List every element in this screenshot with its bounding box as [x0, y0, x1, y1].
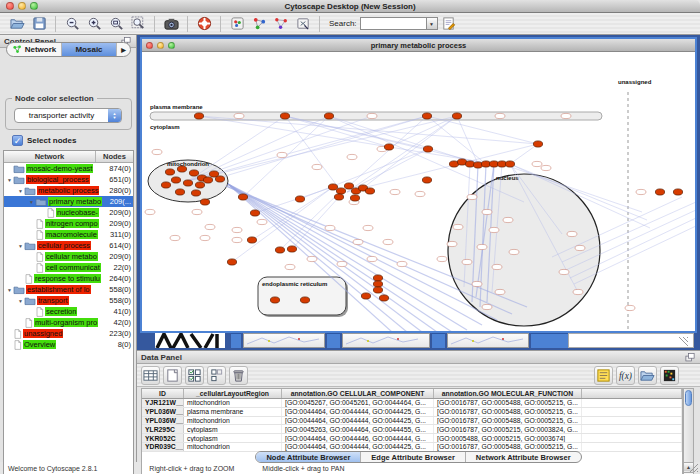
- node-pill[interactable]: [489, 227, 499, 232]
- node-pill[interactable]: [367, 256, 377, 261]
- node-pill[interactable]: [312, 164, 322, 169]
- column-header-annotation.GO CELLULAR_COMPONENT[interactable]: annotation.GO CELLULAR_COMPONENT: [282, 389, 434, 398]
- node-selected[interactable]: [336, 188, 345, 194]
- tree-column-nodes[interactable]: Nodes: [96, 151, 133, 162]
- expand-triangle-icon[interactable]: ▼: [28, 199, 35, 205]
- node-selected[interactable]: [422, 113, 431, 119]
- tree-row-mosaic-demo-yeast[interactable]: mosaic-demo-yeast874(0): [4, 163, 133, 174]
- node-selected[interactable]: [177, 166, 186, 172]
- network-graph[interactable]: plasma membranecytoplasmmitochondrionnuc…: [142, 52, 695, 331]
- node-pill[interactable]: [467, 194, 477, 199]
- table-row[interactable]: YPL036W__2plasma membrane[GO:0044464, GO…: [142, 408, 682, 417]
- tree-row-overview[interactable]: Overview8(0): [4, 339, 133, 350]
- node-pill[interactable]: [472, 281, 482, 286]
- table-row[interactable]: YKR052Ccytoplasm[GO:0044464, GO:0044446,…: [142, 434, 682, 443]
- node-color-dropdown[interactable]: transporter activity ▲▼: [14, 108, 122, 123]
- tab-network-attribute-browser[interactable]: Network Attribute Browser: [466, 452, 581, 462]
- node-pill[interactable]: [353, 239, 363, 244]
- node-pill[interactable]: [437, 256, 447, 261]
- node-selected[interactable]: [328, 184, 337, 190]
- node-selected[interactable]: [452, 113, 461, 119]
- node-selected[interactable]: [161, 182, 170, 188]
- node-selected[interactable]: [673, 189, 682, 195]
- node-pill[interactable]: [573, 289, 583, 294]
- node-pill[interactable]: [447, 241, 457, 246]
- network-view-window[interactable]: primary metabolic process plasma membran…: [140, 37, 697, 333]
- node-selected[interactable]: [505, 161, 514, 167]
- node-selected[interactable]: [215, 176, 224, 182]
- node-pill[interactable]: [415, 191, 425, 196]
- column-header-spacer[interactable]: [582, 389, 682, 398]
- node-pill[interactable]: [636, 189, 646, 194]
- dp-matrix-icon[interactable]: [660, 366, 679, 385]
- node-pill[interactable]: [532, 161, 542, 166]
- tree-row-secretion[interactable]: secretion41(0): [4, 306, 133, 317]
- node-selected[interactable]: [275, 247, 284, 253]
- node-pill[interactable]: [363, 225, 373, 230]
- expand-triangle-icon[interactable]: ▼: [17, 188, 24, 194]
- tree-row-cell-communicat[interactable]: cell communicat22(0): [4, 262, 133, 273]
- cell[interactable]: [GO:0044464, GO:0044446, GO:0044444, G..…: [282, 434, 434, 442]
- node-pill[interactable]: [492, 264, 502, 269]
- cell[interactable]: [GO:0045267, GO:0045261, GO:0044464, G..…: [282, 399, 434, 407]
- cell[interactable]: [GO:0044464, GO:0044444, GO:0044425, G..…: [282, 417, 434, 425]
- cell[interactable]: [582, 443, 682, 451]
- node-selected[interactable]: [287, 246, 296, 252]
- app-titlebar[interactable]: Cytoscape Desktop (New Session): [0, 0, 700, 13]
- node-selected[interactable]: [191, 190, 200, 196]
- save-session-icon[interactable]: [30, 15, 48, 33]
- table-row[interactable]: YLR295Ccytoplasm[GO:0045263, GO:0044464,…: [142, 425, 682, 434]
- zoom-in-icon[interactable]: [85, 15, 103, 33]
- tree-row-response-to-stimulu[interactable]: response to stimulu264(0): [4, 273, 133, 284]
- node-pill[interactable]: [561, 113, 571, 118]
- tree-row-establishment-of-lo[interactable]: ▼establishment of lo558(0): [4, 284, 133, 295]
- node-pill[interactable]: [277, 152, 287, 157]
- node-selected[interactable]: [165, 169, 174, 175]
- column-header-ID[interactable]: ID: [142, 389, 184, 398]
- plugins-icon[interactable]: [228, 15, 246, 33]
- cell[interactable]: cytoplasm: [184, 434, 282, 442]
- table-row[interactable]: YJR121W__1mitochondrion[GO:0045267, GO:0…: [142, 399, 682, 408]
- cell[interactable]: [582, 434, 682, 442]
- tree-row-primary-metabo[interactable]: ▼primary metabo209(...: [4, 196, 133, 207]
- node-selected[interactable]: [300, 297, 309, 303]
- tree-row-nucleobase-[interactable]: nucleobase-209(0): [4, 207, 133, 218]
- node-pill[interactable]: [232, 237, 242, 242]
- node-pill[interactable]: [325, 225, 335, 230]
- window-resize-grip[interactable]: [689, 463, 699, 473]
- cell[interactable]: cytoplasm: [184, 425, 282, 433]
- tree-row-transport[interactable]: ▼transport558(0): [4, 295, 133, 306]
- tab-node-attribute-browser[interactable]: Node Attribute Browser: [256, 452, 361, 462]
- node-selected[interactable]: [171, 177, 180, 183]
- background-window-fragment-scribble[interactable]: [243, 333, 325, 348]
- node-pill[interactable]: [503, 217, 513, 222]
- cell[interactable]: [GO:0016787, GO:0005215, GO:0003824, G..…: [434, 425, 582, 433]
- node-pill[interactable]: [170, 235, 180, 240]
- cell[interactable]: plasma membrane: [184, 408, 282, 416]
- node-selected[interactable]: [280, 113, 289, 119]
- background-window-fragment-white[interactable]: [568, 333, 694, 348]
- node-pill[interactable]: [347, 154, 357, 159]
- node-pill[interactable]: [232, 227, 242, 232]
- tree-row-unassigned[interactable]: unassigned223(0): [4, 328, 133, 339]
- node-pill[interactable]: [234, 113, 244, 118]
- tab-overflow-arrow[interactable]: ▶: [117, 43, 130, 56]
- dp-table-icon[interactable]: [141, 366, 160, 385]
- node-selected[interactable]: [183, 180, 192, 186]
- node-selected[interactable]: [379, 295, 388, 301]
- cell[interactable]: [GO:0044464, GO:0044444, GO:0044425, G..…: [282, 408, 434, 416]
- expand-triangle-icon[interactable]: ▼: [17, 298, 24, 304]
- node-selected[interactable]: [422, 177, 431, 183]
- cell[interactable]: [GO:0016787, GO:0005488, GO:0005215, G..…: [434, 417, 582, 425]
- help-icon[interactable]: [195, 15, 213, 33]
- cell[interactable]: mitochondrion: [184, 399, 282, 407]
- network-canvas[interactable]: plasma membranecytoplasmmitochondrionnuc…: [142, 52, 695, 331]
- column-header-annotation.GO MOLECULAR_FUNCTION[interactable]: annotation.GO MOLECULAR_FUNCTION: [434, 389, 582, 398]
- background-window-fragment-scribble[interactable]: [342, 333, 430, 348]
- tab-edge-attribute-browser[interactable]: Edge Attribute Browser: [361, 452, 465, 462]
- column-header-_cellularLayoutRegion[interactable]: _cellularLayoutRegion: [184, 389, 282, 398]
- open-session-icon[interactable]: [638, 366, 657, 385]
- network-window-titlebar[interactable]: primary metabolic process: [142, 39, 695, 52]
- annotate-icon[interactable]: [440, 15, 458, 33]
- node-selected[interactable]: [324, 113, 333, 119]
